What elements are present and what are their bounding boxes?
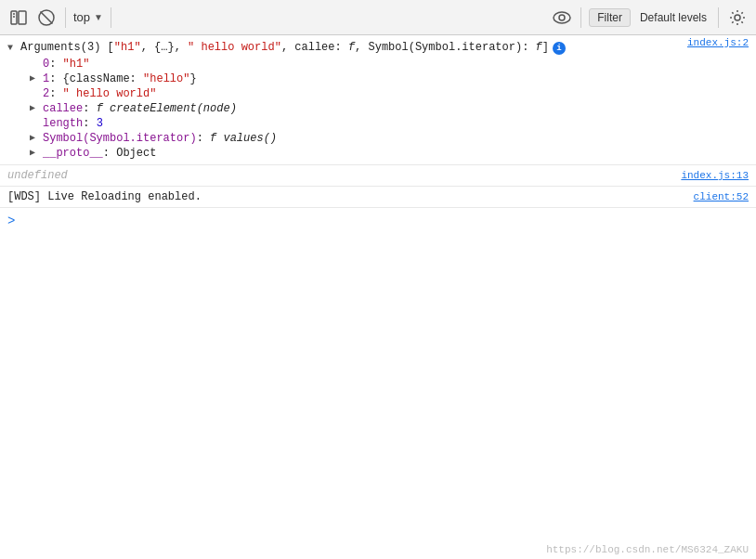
svg-line-5 [41, 11, 53, 23]
arguments-text: Arguments(3) ["h1", {…}, " hello world",… [20, 41, 549, 54]
wds-text: [WDS] Live Reloading enabled. [7, 190, 694, 203]
prop-callee-expand[interactable]: ▶ [30, 102, 41, 113]
prop-length: ▶ length : 3 [0, 116, 756, 131]
watermark: https://blog.csdn.net/MS6324_ZAKU [546, 544, 749, 555]
prop-callee: ▶ callee : f createElement(node) [0, 101, 756, 116]
prop-symbol-iterator: ▶ Symbol(Symbol.iterator) : f values() [0, 131, 756, 146]
prop-symbol-expand[interactable]: ▶ [30, 132, 41, 143]
prompt-icon: > [7, 214, 15, 228]
arguments-source[interactable]: index.js:2 [687, 37, 749, 48]
wds-source[interactable]: client:52 [694, 191, 749, 202]
log-input-line: > [0, 208, 756, 234]
arguments-expand-arrow[interactable]: ▼ [7, 43, 19, 53]
prop-1-expand[interactable]: ▶ [30, 72, 41, 84]
svg-point-8 [735, 15, 740, 20]
toolbar-filter-area: Filter Default levels [551, 6, 749, 29]
svg-point-7 [559, 15, 565, 20]
log-entry-wds: [WDS] Live Reloading enabled. client:52 [0, 187, 756, 208]
eye-icon[interactable] [551, 6, 573, 29]
separator-2 [111, 7, 111, 28]
context-arrow-icon: ▼ [94, 12, 103, 22]
console-area: index.js:2 ▼ Arguments(3) ["h1", {…}, " … [0, 35, 756, 559]
prop-2: ▶ 2 : " hello world" [0, 86, 756, 101]
separator-3 [580, 7, 581, 28]
prop-proto: ▶ __proto__ : Object [0, 146, 756, 161]
panel-icon[interactable] [7, 6, 30, 29]
log-entry-undefined: undefined index.js:13 [0, 165, 756, 187]
toolbar: top ▼ Filter Default levels [0, 0, 756, 35]
prop-0: ▶ 0 : "h1" [0, 57, 756, 72]
filter-button[interactable]: Filter [589, 8, 631, 27]
log-entry-arguments: index.js:2 ▼ Arguments(3) ["h1", {…}, " … [0, 35, 756, 165]
prop-1: ▶ 1 : {className: "hello"} [0, 72, 756, 86]
context-selector[interactable]: top ▼ [73, 10, 103, 24]
arguments-summary-line: ▼ Arguments(3) ["h1", {…}, " hello world… [0, 39, 756, 57]
separator-4 [718, 7, 719, 28]
console-input[interactable] [22, 214, 749, 228]
svg-rect-1 [19, 11, 26, 24]
stop-icon[interactable] [35, 6, 58, 29]
levels-button[interactable]: Default levels [636, 9, 710, 26]
context-label: top [73, 10, 90, 24]
svg-rect-0 [11, 11, 17, 24]
separator-1 [65, 7, 66, 28]
undefined-source[interactable]: index.js:13 [681, 170, 749, 181]
prop-proto-expand[interactable]: ▶ [30, 147, 41, 158]
svg-point-6 [554, 12, 570, 23]
undefined-text: undefined [7, 169, 681, 182]
info-badge[interactable]: i [553, 42, 566, 55]
gear-icon[interactable] [726, 6, 749, 29]
